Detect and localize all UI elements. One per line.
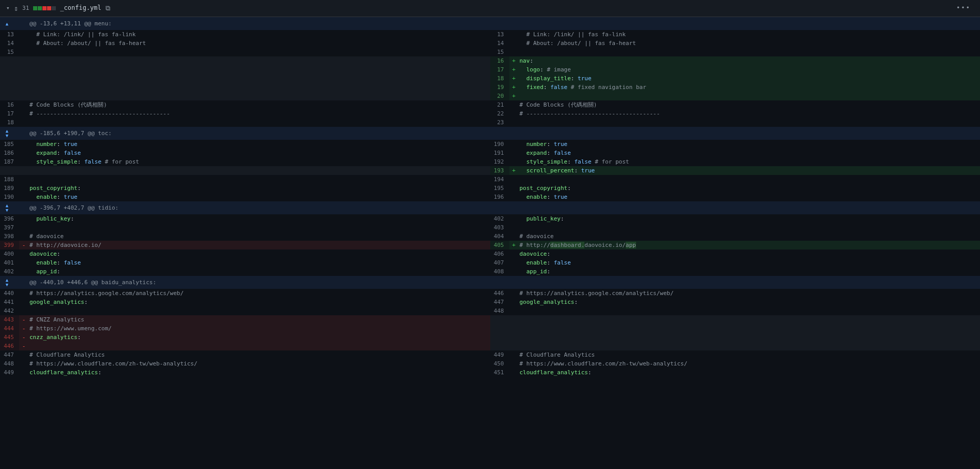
diff-line: 13 # Link: /link/ || fas fa-link 13 # Li…: [0, 30, 980, 39]
kebab-menu-icon[interactable]: •••: [953, 4, 974, 12]
diff-line: 400 daovoice: 406 daovoice:: [0, 250, 980, 258]
diff-line: 190 enable: true 196 enable: true: [0, 193, 980, 201]
diff-line: 398 # daovoice 404 # daovoice: [0, 232, 980, 241]
diff-line: 440 # https://analytics.google.com/analy…: [0, 289, 980, 298]
hunk-header-text: @@ -13,6 +13,11 @@ menu:: [28, 17, 980, 30]
hunk-header: ▲ @@ -13,6 +13,11 @@ menu:: [0, 17, 980, 30]
diff-line-added: 19+ fixed: false # fixed navigation bar: [0, 83, 980, 92]
diff-line-added: 17+ logo: # image: [0, 65, 980, 74]
diff-line: 396 public_key: 402 public_key:: [0, 214, 980, 223]
hunk-header-text: @@ -185,6 +190,7 @@ toc:: [28, 127, 980, 140]
diff-line: 185 number: true 190 number: true: [0, 140, 980, 149]
diff-line: 186 expand: false 191 expand: false: [0, 149, 980, 157]
hunk-header: ▲▼ @@ -185,6 +190,7 @@ toc:: [0, 127, 980, 140]
hunk-header: ▲▼ @@ -440,10 +446,6 @@ baidu_analytics:: [0, 276, 980, 289]
diff-table: ▲ @@ -13,6 +13,11 @@ menu: 13 # Link: /l…: [0, 17, 980, 377]
file-header: ▾ ⇕ 31 _config.yml ⧉ •••: [0, 0, 980, 17]
filename[interactable]: _config.yml: [60, 4, 101, 12]
diff-line-added: 193+ scroll_percent: true: [0, 166, 980, 175]
diff-line-added: 20+: [0, 92, 980, 100]
diff-line: 14 # About: /about/ || fas fa-heart 14 #…: [0, 39, 980, 48]
diff-line-added: 16+ nav:: [0, 56, 980, 65]
diff-line: 448 # https://www.cloudflare.com/zh-tw/w…: [0, 359, 980, 368]
hunk-header-text: @@ -396,7 +402,7 @@ tidio:: [28, 201, 980, 214]
expand-all-icon[interactable]: ⇕: [14, 3, 18, 13]
expand-up-icon[interactable]: ▲: [6, 129, 8, 133]
changed-lines-count: 31: [22, 4, 29, 12]
expand-up-icon[interactable]: ▲: [6, 22, 8, 26]
diff-line-deleted: 445- cnzz_analytics:: [0, 333, 980, 342]
copy-path-icon[interactable]: ⧉: [105, 4, 110, 13]
diff-line: 401 enable: false 407 enable: false: [0, 258, 980, 267]
diff-line-deleted: 446-: [0, 342, 980, 350]
diff-line: 189 post_copyright: 195 post_copyright:: [0, 184, 980, 193]
expand-down-icon[interactable]: ▼: [6, 208, 8, 212]
diff-line: 441 google_analytics: 447 google_analyti…: [0, 298, 980, 306]
diff-line: 18 23: [0, 118, 980, 127]
expand-up-icon[interactable]: ▲: [6, 203, 8, 208]
diff-line: 15 15: [0, 48, 980, 56]
diff-line: 449 cloudflare_analytics: 451 cloudflare…: [0, 368, 980, 377]
diff-line: 187 style_simple: false # for post 192 s…: [0, 157, 980, 166]
hunk-header-text: @@ -440,10 +446,6 @@ baidu_analytics:: [28, 276, 980, 289]
diffstat: [33, 6, 56, 10]
diff-line: 402 app_id: 408 app_id:: [0, 267, 980, 276]
diff-line: 17 # -----------------------------------…: [0, 109, 980, 118]
diff-line-added: 18+ display_title: true: [0, 74, 980, 83]
diff-line-deleted: 443- # CNZZ Analytics: [0, 315, 980, 324]
diff-line: 447 # Cloudflare Analytics 449 # Cloudfl…: [0, 350, 980, 359]
expand-up-icon[interactable]: ▲: [6, 278, 8, 282]
diff-line-changed: 399- # http://daovoice.io/ 405+ # http:/…: [0, 241, 980, 250]
chevron-down-icon[interactable]: ▾: [6, 4, 10, 12]
diff-line-deleted: 444- # https://www.umeng.com/: [0, 324, 980, 333]
expand-down-icon[interactable]: ▼: [6, 134, 8, 138]
hunk-header: ▲▼ @@ -396,7 +402,7 @@ tidio:: [0, 201, 980, 214]
diff-line: 16 # Code Blocks (代碼相關) 21 # Code Blocks…: [0, 100, 980, 109]
diff-line: 188 194: [0, 175, 980, 184]
diff-line: 442 448: [0, 306, 980, 315]
diff-line: 397 403: [0, 223, 980, 232]
expand-down-icon[interactable]: ▼: [6, 283, 8, 287]
